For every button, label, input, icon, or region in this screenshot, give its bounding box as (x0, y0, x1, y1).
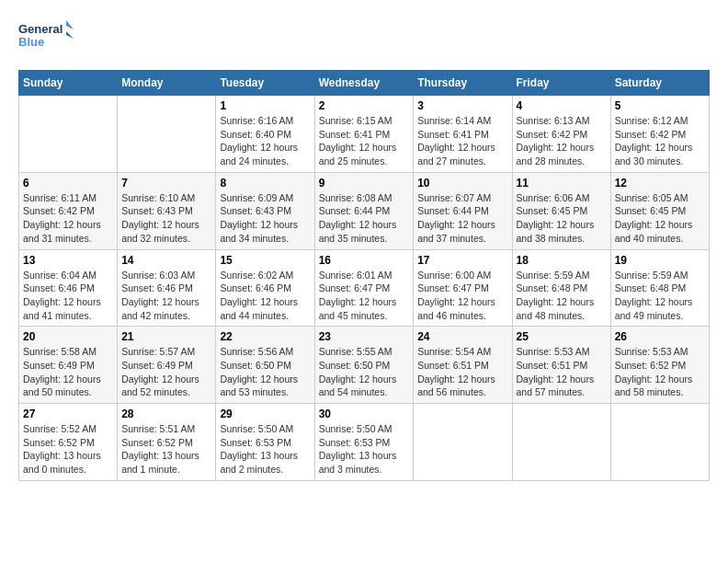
calendar-cell: 5Sunrise: 6:12 AM Sunset: 6:42 PM Daylig… (610, 96, 709, 173)
day-number: 15 (220, 254, 310, 267)
svg-marker-3 (66, 31, 74, 39)
weekday-saturday: Saturday (610, 71, 709, 96)
day-info: Sunrise: 5:51 AM Sunset: 6:52 PM Dayligh… (121, 422, 211, 477)
day-info: Sunrise: 6:15 AM Sunset: 6:41 PM Dayligh… (319, 114, 410, 168)
calendar-cell: 9Sunrise: 6:08 AM Sunset: 6:44 PM Daylig… (314, 172, 414, 249)
day-number: 17 (417, 254, 507, 267)
calendar-cell: 29Sunrise: 5:50 AM Sunset: 6:53 PM Dayli… (216, 404, 314, 481)
day-number: 27 (23, 408, 113, 420)
day-number: 19 (615, 254, 705, 267)
calendar-cell: 23Sunrise: 5:55 AM Sunset: 6:50 PM Dayli… (314, 327, 414, 404)
calendar-cell (414, 404, 512, 481)
calendar-cell: 20Sunrise: 5:58 AM Sunset: 6:49 PM Dayli… (19, 327, 118, 404)
calendar-cell: 8Sunrise: 6:09 AM Sunset: 6:43 PM Daylig… (216, 172, 314, 249)
weekday-friday: Friday (512, 71, 610, 96)
day-number: 2 (319, 99, 410, 112)
day-info: Sunrise: 6:01 AM Sunset: 6:47 PM Dayligh… (319, 269, 410, 323)
day-info: Sunrise: 6:14 AM Sunset: 6:41 PM Dayligh… (417, 114, 507, 168)
day-info: Sunrise: 6:02 AM Sunset: 6:46 PM Dayligh… (220, 269, 310, 323)
day-number: 28 (121, 408, 211, 420)
day-number: 25 (517, 330, 607, 343)
day-info: Sunrise: 6:07 AM Sunset: 6:44 PM Dayligh… (417, 191, 507, 246)
day-info: Sunrise: 5:54 AM Sunset: 6:51 PM Dayligh… (417, 345, 507, 399)
logo: General Blue (18, 18, 74, 55)
calendar-cell: 27Sunrise: 5:52 AM Sunset: 6:52 PM Dayli… (19, 404, 118, 481)
calendar-cell: 7Sunrise: 6:10 AM Sunset: 6:43 PM Daylig… (118, 172, 216, 249)
day-info: Sunrise: 6:13 AM Sunset: 6:42 PM Dayligh… (517, 114, 607, 168)
day-info: Sunrise: 5:58 AM Sunset: 6:49 PM Dayligh… (23, 345, 113, 399)
calendar-body: 1Sunrise: 6:16 AM Sunset: 6:40 PM Daylig… (19, 96, 710, 481)
day-info: Sunrise: 6:03 AM Sunset: 6:46 PM Dayligh… (121, 269, 211, 323)
calendar-cell: 26Sunrise: 5:53 AM Sunset: 6:52 PM Dayli… (610, 327, 709, 404)
day-number: 6 (23, 177, 113, 190)
weekday-header-row: SundayMondayTuesdayWednesdayThursdayFrid… (19, 71, 710, 96)
day-number: 26 (615, 330, 705, 343)
calendar-cell (118, 96, 216, 173)
day-info: Sunrise: 5:59 AM Sunset: 6:48 PM Dayligh… (615, 269, 705, 323)
weekday-tuesday: Tuesday (216, 71, 314, 96)
day-info: Sunrise: 6:00 AM Sunset: 6:47 PM Dayligh… (417, 269, 507, 323)
calendar-cell: 25Sunrise: 5:53 AM Sunset: 6:51 PM Dayli… (512, 327, 610, 404)
logo-svg: General Blue (18, 18, 74, 55)
svg-marker-2 (66, 20, 74, 29)
day-info: Sunrise: 5:52 AM Sunset: 6:52 PM Dayligh… (23, 422, 113, 477)
svg-text:General: General (18, 22, 63, 36)
day-info: Sunrise: 5:57 AM Sunset: 6:49 PM Dayligh… (121, 345, 211, 399)
day-number: 7 (121, 177, 211, 190)
day-info: Sunrise: 5:53 AM Sunset: 6:51 PM Dayligh… (517, 345, 607, 399)
calendar-cell: 16Sunrise: 6:01 AM Sunset: 6:47 PM Dayli… (314, 249, 414, 327)
calendar-cell: 1Sunrise: 6:16 AM Sunset: 6:40 PM Daylig… (216, 96, 314, 173)
day-number: 20 (23, 330, 113, 343)
calendar-cell: 19Sunrise: 5:59 AM Sunset: 6:48 PM Dayli… (610, 249, 709, 327)
day-info: Sunrise: 5:50 AM Sunset: 6:53 PM Dayligh… (319, 422, 410, 477)
calendar-cell: 15Sunrise: 6:02 AM Sunset: 6:46 PM Dayli… (216, 249, 314, 327)
day-info: Sunrise: 5:53 AM Sunset: 6:52 PM Dayligh… (615, 345, 705, 399)
calendar-cell: 10Sunrise: 6:07 AM Sunset: 6:44 PM Dayli… (414, 172, 512, 249)
calendar-cell: 3Sunrise: 6:14 AM Sunset: 6:41 PM Daylig… (414, 96, 512, 173)
calendar-cell: 21Sunrise: 5:57 AM Sunset: 6:49 PM Dayli… (118, 327, 216, 404)
day-number: 16 (319, 254, 410, 267)
day-number: 8 (220, 177, 310, 190)
calendar-cell: 13Sunrise: 6:04 AM Sunset: 6:46 PM Dayli… (19, 249, 118, 327)
day-number: 10 (417, 177, 507, 190)
day-info: Sunrise: 6:04 AM Sunset: 6:46 PM Dayligh… (23, 269, 113, 323)
day-info: Sunrise: 6:06 AM Sunset: 6:45 PM Dayligh… (517, 191, 607, 246)
day-number: 12 (615, 177, 705, 190)
calendar-header: SundayMondayTuesdayWednesdayThursdayFrid… (19, 71, 710, 96)
day-number: 23 (319, 330, 410, 343)
day-info: Sunrise: 6:09 AM Sunset: 6:43 PM Dayligh… (220, 191, 310, 246)
day-number: 21 (121, 330, 211, 343)
day-number: 4 (517, 99, 607, 112)
week-row-1: 1Sunrise: 6:16 AM Sunset: 6:40 PM Daylig… (19, 96, 710, 173)
calendar-cell: 2Sunrise: 6:15 AM Sunset: 6:41 PM Daylig… (314, 96, 414, 173)
day-number: 29 (220, 408, 310, 420)
day-number: 30 (319, 408, 410, 420)
weekday-thursday: Thursday (414, 71, 512, 96)
calendar-cell: 14Sunrise: 6:03 AM Sunset: 6:46 PM Dayli… (118, 249, 216, 327)
calendar-table: SundayMondayTuesdayWednesdayThursdayFrid… (18, 70, 710, 481)
day-number: 1 (220, 99, 310, 112)
day-number: 9 (319, 177, 410, 190)
day-info: Sunrise: 6:10 AM Sunset: 6:43 PM Dayligh… (121, 191, 211, 246)
day-number: 24 (417, 330, 507, 343)
week-row-4: 20Sunrise: 5:58 AM Sunset: 6:49 PM Dayli… (19, 327, 710, 404)
calendar-cell: 17Sunrise: 6:00 AM Sunset: 6:47 PM Dayli… (414, 249, 512, 327)
day-info: Sunrise: 5:56 AM Sunset: 6:50 PM Dayligh… (220, 345, 310, 399)
day-info: Sunrise: 6:11 AM Sunset: 6:42 PM Dayligh… (23, 191, 113, 246)
weekday-sunday: Sunday (19, 71, 118, 96)
day-number: 18 (517, 254, 607, 267)
week-row-5: 27Sunrise: 5:52 AM Sunset: 6:52 PM Dayli… (19, 404, 710, 481)
day-number: 3 (417, 99, 507, 112)
calendar-cell: 18Sunrise: 5:59 AM Sunset: 6:48 PM Dayli… (512, 249, 610, 327)
day-info: Sunrise: 5:50 AM Sunset: 6:53 PM Dayligh… (220, 422, 310, 477)
calendar-cell: 4Sunrise: 6:13 AM Sunset: 6:42 PM Daylig… (512, 96, 610, 173)
week-row-2: 6Sunrise: 6:11 AM Sunset: 6:42 PM Daylig… (19, 172, 710, 249)
calendar-cell (610, 404, 709, 481)
calendar-cell (19, 96, 118, 173)
day-number: 22 (220, 330, 310, 343)
day-info: Sunrise: 6:08 AM Sunset: 6:44 PM Dayligh… (319, 191, 410, 246)
day-number: 5 (615, 99, 705, 112)
calendar-cell: 22Sunrise: 5:56 AM Sunset: 6:50 PM Dayli… (216, 327, 314, 404)
calendar-cell: 12Sunrise: 6:05 AM Sunset: 6:45 PM Dayli… (610, 172, 709, 249)
svg-text:Blue: Blue (18, 35, 44, 49)
